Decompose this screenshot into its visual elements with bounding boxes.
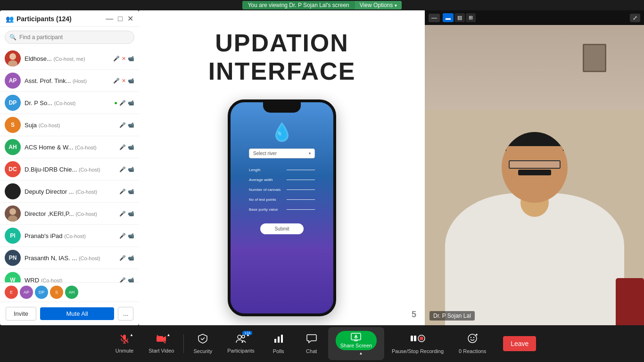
svg-point-4 xyxy=(9,208,16,215)
form-row: No of test points xyxy=(249,197,315,202)
view-options-button[interactable]: View Options xyxy=(355,1,402,9)
phone-screen: Select river ▾ Length Average width xyxy=(231,102,333,313)
select-river-dropdown[interactable]: Select river ▾ xyxy=(249,148,315,158)
panel-header: 👥 Participants (124) — □ ✕ xyxy=(0,10,139,27)
avatar xyxy=(5,206,21,222)
expand-webcam-button[interactable]: ⤢ xyxy=(630,14,640,22)
field-label: Number of cannals xyxy=(249,188,281,192)
participant-info: Suja (Co-host) xyxy=(25,122,116,129)
participant-icons: 🎤 📹 xyxy=(119,277,134,283)
share-caret[interactable]: ▲ xyxy=(359,351,363,355)
cam-off-icon: 📹 xyxy=(128,211,134,217)
share-screen-button[interactable]: Share Screen ▲ xyxy=(328,327,384,360)
chair-back xyxy=(616,278,644,325)
mute-icon: ✕ xyxy=(122,56,126,62)
slide-number: 5 xyxy=(412,310,416,320)
pause-recording-label: Pause/Stop Recording xyxy=(392,348,444,354)
start-video-button[interactable]: ▲ Start Video xyxy=(141,330,182,357)
minimize-webcam-button[interactable]: — xyxy=(429,14,440,22)
participant-info: Prasanth N, IAS. ... (Co-host) xyxy=(25,255,116,262)
form-row: Length xyxy=(249,168,315,172)
svg-rect-11 xyxy=(157,336,163,342)
list-item[interactable]: PN Prasanth N, IAS. ... (Co-host) 🎤 📹 xyxy=(0,247,139,269)
participants-icon: 👥 xyxy=(6,15,14,23)
pause-recording-button[interactable]: Pause/Stop Recording xyxy=(384,329,451,358)
participant-icons: ● 🎤 📹 xyxy=(114,100,134,106)
video-icon-wrap: ▲ xyxy=(156,334,166,346)
video-caret[interactable]: ▲ xyxy=(166,333,170,337)
participant-name: Pranab's iPad (Co-host) xyxy=(25,232,116,239)
unmute-button[interactable]: ▲ Unmute xyxy=(108,330,141,357)
webcam-layout-buttons: ▬ ▤ ⊞ xyxy=(443,13,476,22)
chat-button[interactable]: Chat xyxy=(295,329,328,358)
water-drop-icon xyxy=(273,121,290,144)
top-bar: You are viewing Dr. P Sojan Lal's screen… xyxy=(0,0,644,10)
strip-avatar: DP xyxy=(35,286,48,299)
close-panel-button[interactable]: ✕ xyxy=(127,15,133,23)
mute-all-button[interactable]: Mute All xyxy=(40,307,114,320)
svg-point-25 xyxy=(420,337,423,340)
reactions-button[interactable]: 0 Reactions xyxy=(451,329,494,358)
more-options-button[interactable]: ... xyxy=(118,307,133,321)
status-icon: 🎤 xyxy=(113,78,120,84)
avatar: PN xyxy=(5,250,21,266)
participant-icons: 🎤 📹 xyxy=(119,211,134,217)
search-input[interactable] xyxy=(5,31,134,44)
participant-info: D.Biju-IDRB Chie... (Co-host) xyxy=(25,166,116,173)
presentation-area: UPDATION INTERFACE Select ri xyxy=(139,10,425,325)
speaker-name-tag: Dr. P Sojan Lal xyxy=(429,311,475,321)
participant-info: Pranab's iPad (Co-host) xyxy=(25,232,116,239)
list-item[interactable]: Eldhose... (Co-host, me) 🎤 ✕ 📹 xyxy=(0,48,139,70)
list-item[interactable]: W WRD (Co-host) 🎤 📹 xyxy=(0,269,139,282)
participant-icons: 🎤 ✕ 📹 xyxy=(113,78,134,84)
participant-icons: 🎤 📹 xyxy=(119,144,134,150)
panel-controls: — □ ✕ xyxy=(106,15,133,23)
list-item[interactable]: DC D.Biju-IDRB Chie... (Co-host) 🎤 📹 xyxy=(0,158,139,181)
submit-button[interactable]: Submit xyxy=(260,223,303,234)
participants-caret[interactable]: ▲ xyxy=(246,333,250,337)
form-row: Number of cannals xyxy=(249,188,315,192)
list-item[interactable]: PI Pranab's iPad (Co-host) 🎤 📹 xyxy=(0,225,139,247)
security-button[interactable]: Security xyxy=(186,329,220,358)
participant-name: Dr. P So... (Co-host) xyxy=(25,99,110,107)
list-item[interactable]: DP Dr. P So... (Co-host) ● 🎤 📹 xyxy=(0,92,139,114)
panel-title-row: 👥 Participants (124) xyxy=(6,15,72,23)
reactions-icon xyxy=(467,333,478,346)
layout-btn-single[interactable]: ▬ xyxy=(443,13,454,22)
webcam-feed: Dr. P Sojan Lal xyxy=(425,25,644,325)
mute-icon: 🎤 xyxy=(119,255,126,261)
reactions-label: 0 Reactions xyxy=(459,348,486,354)
chat-label: Chat xyxy=(306,348,317,354)
invite-button[interactable]: Invite xyxy=(6,307,36,321)
polls-button[interactable]: Polls xyxy=(262,329,295,358)
svg-point-28 xyxy=(473,337,474,338)
layout-btn-strip[interactable]: ▤ xyxy=(454,13,465,22)
participant-name: Prasanth N, IAS. ... (Co-host) xyxy=(25,255,116,262)
mic-caret[interactable]: ▲ xyxy=(130,333,133,337)
pause-record-icon xyxy=(410,333,425,344)
main-area: 👥 Participants (124) — □ ✕ 🔍 xyxy=(0,10,644,325)
svg-rect-16 xyxy=(274,339,276,343)
list-item[interactable]: Deputy Director ... (Co-host) 🎤 📹 xyxy=(0,181,139,203)
field-input-line xyxy=(287,199,315,200)
list-item[interactable]: AH ACS Home & W... (Co-host) 🎤 📹 xyxy=(0,136,139,158)
mute-icon: ✕ xyxy=(122,78,126,84)
polls-label: Polls xyxy=(273,348,284,354)
status-icon: 🎤 xyxy=(113,56,120,62)
layout-btn-grid[interactable]: ⊞ xyxy=(466,13,476,22)
svg-rect-22 xyxy=(411,336,413,341)
maximize-panel-button[interactable]: □ xyxy=(118,15,123,23)
minimize-panel-button[interactable]: — xyxy=(106,15,113,23)
list-item[interactable]: Director ,KERI,P... (Co-host) 🎤 📹 xyxy=(0,203,139,225)
list-item[interactable]: AP Asst. Prof. Tink... (Host) 🎤 ✕ 📹 xyxy=(0,70,139,92)
participants-button[interactable]: 124 ▲ Participants xyxy=(220,330,262,357)
list-item[interactable]: S Suja (Co-host) 🎤 📹 xyxy=(0,114,139,136)
field-label: Length xyxy=(249,168,260,172)
polls-icon xyxy=(273,333,284,346)
mustache xyxy=(518,170,551,175)
panel-title: Participants (124) xyxy=(17,15,72,23)
leave-button[interactable]: Leave xyxy=(503,336,536,351)
avatar xyxy=(5,50,21,66)
mute-icon: 🎤 xyxy=(119,277,126,283)
participant-name: Asst. Prof. Tink... (Host) xyxy=(25,77,109,84)
